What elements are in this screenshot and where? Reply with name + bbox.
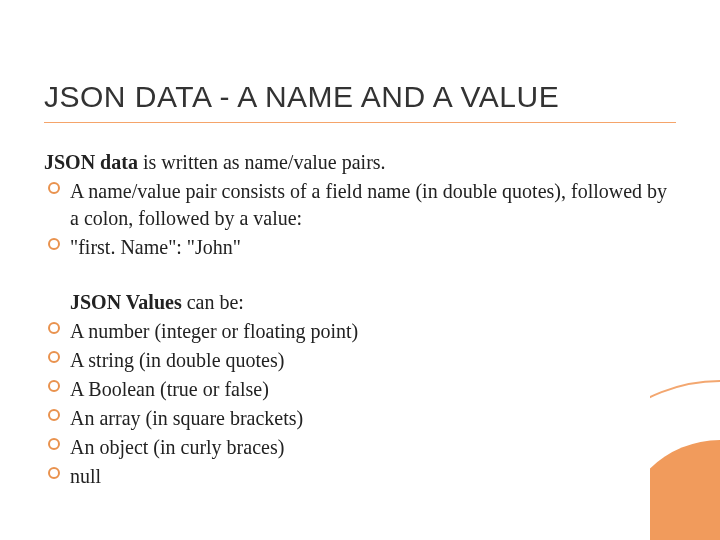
intro-paragraph: JSON data is written as name/value pairs… xyxy=(44,149,676,176)
list-item: An array (in square brackets) xyxy=(44,405,676,432)
list-item-text: A string (in double quotes) xyxy=(70,349,284,371)
list-item: A name/value pair consists of a field na… xyxy=(44,178,676,232)
list-item: A Boolean (true or false) xyxy=(44,376,676,403)
list-item: A number (integer or floating point) xyxy=(44,318,676,345)
values-lead: JSON Values can be: xyxy=(44,289,676,316)
list-item: "first. Name": "John" xyxy=(44,234,676,261)
list-item-text: An object (in curly braces) xyxy=(70,436,284,458)
intro-rest: is written as name/value pairs. xyxy=(138,151,386,173)
values-lead-rest: can be: xyxy=(182,291,244,313)
list-item: A string (in double quotes) xyxy=(44,347,676,374)
list-item: An object (in curly braces) xyxy=(44,434,676,461)
values-list: A number (integer or floating point) A s… xyxy=(44,318,676,490)
list-item: null xyxy=(44,463,676,490)
list-item-text: A number (integer or floating point) xyxy=(70,320,358,342)
corner-decoration xyxy=(650,340,720,540)
list-item-text: An array (in square brackets) xyxy=(70,407,303,429)
slide-title: JSON DATA - A NAME AND A VALUE xyxy=(44,80,676,123)
values-lead-bold: JSON Values xyxy=(70,291,182,313)
intro-bold: JSON data xyxy=(44,151,138,173)
pair-list: A name/value pair consists of a field na… xyxy=(44,178,676,261)
slide: JSON DATA - A NAME AND A VALUE JSON data… xyxy=(0,0,720,540)
spacer xyxy=(44,263,676,289)
slide-content: JSON data is written as name/value pairs… xyxy=(44,149,676,490)
list-item-text: null xyxy=(70,465,101,487)
list-item-text: A name/value pair consists of a field na… xyxy=(70,180,667,229)
list-item-text: A Boolean (true or false) xyxy=(70,378,269,400)
list-item-text: "first. Name": "John" xyxy=(70,236,241,258)
